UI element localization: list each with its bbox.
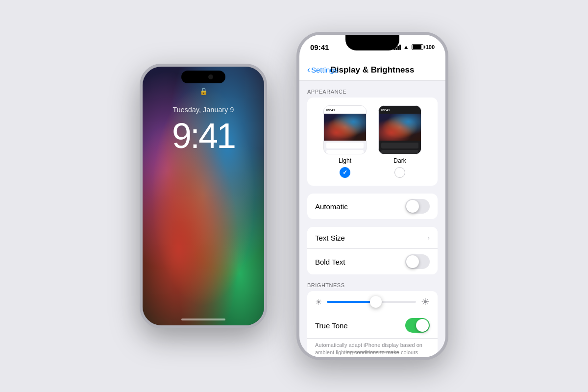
dark-mode-label: Dark <box>393 157 406 164</box>
navigation-bar: ‹ Settings Display & Brightness <box>299 59 445 81</box>
dark-mode-thumbnail: 09:41 <box>378 105 421 154</box>
brightness-section-label: BRIGHTNESS <box>299 274 445 291</box>
brightness-fill <box>327 301 376 303</box>
sun-small-icon: ☀ <box>315 297 322 307</box>
dynamic-island <box>181 71 225 83</box>
toggle-thumb <box>406 200 419 213</box>
volume-up-button <box>140 116 141 131</box>
text-card: Text Size › Bold Text <box>307 227 438 274</box>
battery-icon <box>412 44 423 50</box>
status-time: 09:41 <box>310 43 329 51</box>
volume-down-button <box>140 136 141 152</box>
back-arrow-icon: ‹ <box>307 65 310 74</box>
appearance-section-label: APPEARANCE <box>299 81 445 98</box>
true-tone-row: True Tone <box>307 313 438 338</box>
back-label: Settings <box>311 66 338 74</box>
bold-text-toggle[interactable] <box>405 254 430 269</box>
light-mode-label: Light <box>339 157 351 164</box>
true-tone-label: True Tone <box>315 321 348 330</box>
automatic-label: Automatic <box>315 202 348 211</box>
power-button <box>266 123 267 150</box>
status-bar: 09:41 ▲ 100 <box>299 35 445 59</box>
true-tone-toggle[interactable] <box>405 318 430 333</box>
light-mode-check <box>340 167 350 178</box>
bold-text-row: Bold Text <box>307 248 438 274</box>
text-size-chevron: › <box>427 234 430 242</box>
light-mode-option[interactable]: 09:41 Light <box>323 105 367 178</box>
silent-switch <box>140 101 141 112</box>
automatic-toggle[interactable] <box>405 199 430 214</box>
light-mode-thumbnail: 09:41 <box>323 105 367 154</box>
lock-time: 9:41 <box>143 116 264 156</box>
right-phone: 09:41 ▲ 100 ‹ Settings Display & Brightn… <box>296 32 448 360</box>
appearance-card: 09:41 Light <box>307 98 438 186</box>
brightness-row: ☀ ☀ <box>307 291 438 313</box>
dark-mode-option[interactable]: 09:41 Dark <box>378 105 421 178</box>
bold-text-label: Bold Text <box>315 258 345 266</box>
appearance-options: 09:41 Light <box>315 105 430 178</box>
battery-percentage: 100 <box>426 44 435 50</box>
brightness-slider[interactable] <box>327 301 416 303</box>
true-tone-toggle-thumb <box>416 319 429 332</box>
back-button[interactable]: ‹ Settings <box>307 66 338 74</box>
light-rows <box>324 141 366 154</box>
volume-down-button-right <box>296 122 297 141</box>
automatic-row: Automatic <box>307 194 438 219</box>
power-button-right <box>447 103 448 137</box>
bold-toggle-thumb <box>406 255 419 268</box>
silent-switch-right <box>296 79 297 93</box>
dark-wallpaper <box>379 114 421 141</box>
lock-date: Tuesday, January 9 <box>143 106 264 114</box>
dynamic-island-right <box>345 35 399 50</box>
sun-large-icon: ☀ <box>421 296 430 308</box>
text-size-label: Text Size <box>315 234 345 242</box>
left-phone: 🔒 Tuesday, January 9 9:41 <box>140 64 267 328</box>
page-title: Display & Brightness <box>331 65 415 75</box>
text-size-right: › <box>427 234 430 242</box>
brightness-card: ☀ ☀ True Tone Automatically adapt iPhone… <box>307 291 438 357</box>
light-wallpaper <box>324 114 366 141</box>
dark-mode-check <box>394 167 405 178</box>
text-size-row[interactable]: Text Size › <box>307 227 438 248</box>
automatic-card: Automatic <box>307 194 438 219</box>
wifi-icon: ▲ <box>403 44 409 50</box>
home-indicator <box>181 318 225 320</box>
status-icons: ▲ 100 <box>393 44 435 50</box>
true-tone-description: Automatically adapt iPhone display based… <box>307 338 438 357</box>
settings-content: APPEARANCE 09:41 <box>299 81 445 357</box>
lock-icon: 🔒 <box>199 87 208 95</box>
volume-up-button-right <box>296 98 297 117</box>
dark-rows <box>379 141 421 154</box>
home-indicator-right <box>345 351 399 353</box>
brightness-thumb[interactable] <box>370 296 382 308</box>
